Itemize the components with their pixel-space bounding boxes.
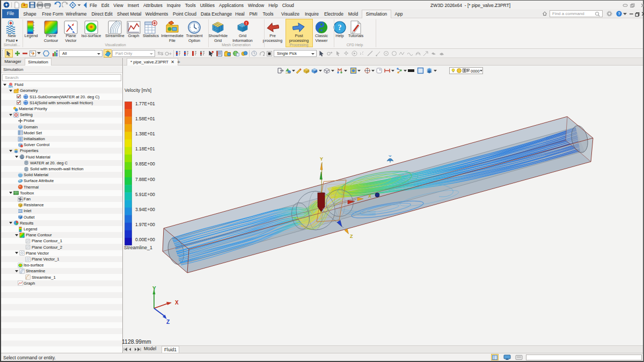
svg-text:Y: Y <box>320 156 323 162</box>
svg-text:?: ? <box>618 11 620 16</box>
svg-text:X: X <box>175 300 179 306</box>
svg-text:Y: Y <box>152 286 156 292</box>
svg-text:?: ? <box>338 24 342 32</box>
svg-text:X: X <box>368 193 371 199</box>
svg-text:Z: Z <box>350 234 353 239</box>
svg-text:Z: Z <box>166 319 170 325</box>
svg-text:!: ! <box>246 21 247 25</box>
